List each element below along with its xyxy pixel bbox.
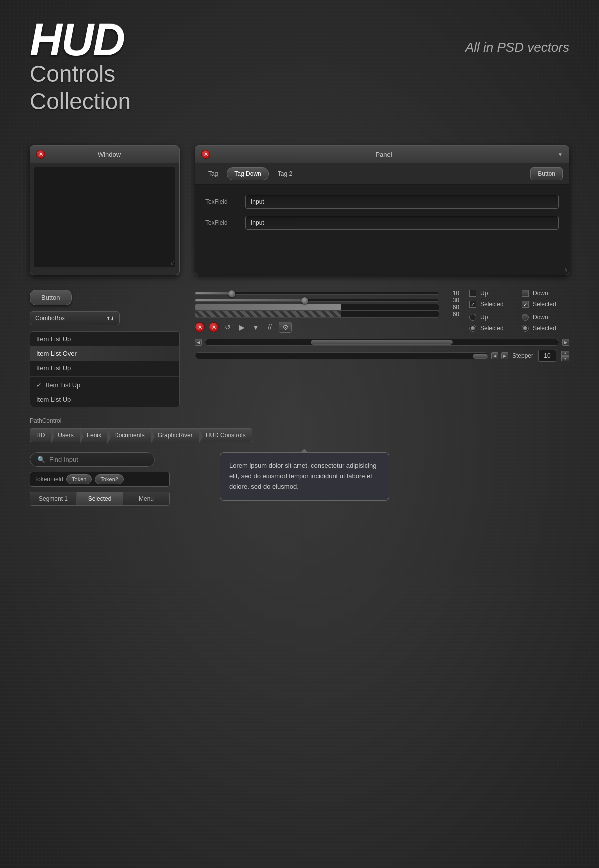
- toolbar-lines[interactable]: //: [265, 322, 275, 332]
- stepper-buttons: ▲ ▼: [561, 351, 569, 361]
- radio-down-btn[interactable]: [522, 314, 529, 321]
- bottom-right: Lorem ipsum dolor sit amet, consectetur …: [220, 452, 569, 506]
- token-field-label: TokenField: [34, 476, 63, 483]
- panel-resize-handle[interactable]: //: [564, 268, 567, 273]
- list-item-3[interactable]: Item List Up: [30, 361, 179, 375]
- slider-thumb-1[interactable]: [228, 290, 235, 297]
- window-panel: ✕ Window //: [30, 145, 180, 275]
- tab-tag[interactable]: Tag: [201, 168, 225, 180]
- scroll-mini-right[interactable]: ▶: [501, 352, 508, 359]
- token-2[interactable]: Token2: [95, 474, 123, 484]
- search-icon: 🔍: [37, 456, 45, 463]
- stepper-down-btn[interactable]: ▼: [561, 356, 569, 361]
- toolbar-play[interactable]: ▶: [237, 322, 247, 332]
- bottom-section: 🔍 Find Input TokenField Token Token2 Seg…: [30, 452, 569, 506]
- checkbox-up-box[interactable]: [469, 290, 476, 297]
- token-field: TokenField Token Token2: [30, 472, 170, 487]
- sub-title: Controls Collection: [30, 60, 131, 115]
- checkbox-selected-1-box[interactable]: [469, 301, 476, 308]
- stepper-section: Stepper 10 ▲ ▼: [512, 350, 569, 362]
- slider-row-1: 10: [195, 290, 459, 297]
- slider-track-2[interactable]: [195, 299, 439, 302]
- text-input-2[interactable]: [245, 216, 559, 230]
- list-box: Item List Up Item List Over Item List Up…: [30, 331, 180, 407]
- tab-tag2[interactable]: Tag 2: [271, 168, 299, 180]
- bottom-left: 🔍 Find Input TokenField Token Token2 Seg…: [30, 452, 205, 506]
- toolbar-close-2[interactable]: ✕: [209, 322, 219, 332]
- stepper-label: Stepper: [512, 352, 533, 359]
- checkbox-up: Up: [469, 290, 517, 297]
- checkbox-row-2: Selected Selected: [469, 301, 569, 308]
- scroll-thumb-h1: [311, 340, 452, 345]
- window-close-button[interactable]: ✕: [36, 150, 45, 159]
- list-item-over[interactable]: Item List Over: [30, 346, 179, 361]
- field-row-1: TexField: [205, 195, 559, 209]
- crumb-fenix[interactable]: Fenix: [80, 428, 108, 442]
- checkbox-selected-2-box[interactable]: [522, 301, 529, 308]
- path-control-label: PathControl: [30, 417, 569, 424]
- scroll-track-h1[interactable]: [205, 339, 559, 346]
- list-item-1[interactable]: Item List Up: [30, 332, 179, 346]
- crumb-hd[interactable]: HD: [30, 428, 51, 442]
- crumb-graphicriver[interactable]: GraphicRiver: [151, 428, 199, 442]
- toolbar-gear[interactable]: ⚙: [279, 322, 292, 333]
- scrollbar-horizontal-2: ◀ ▶: [195, 352, 508, 359]
- segment-menu[interactable]: Menu: [123, 492, 169, 505]
- radio-down-label: Down: [533, 314, 548, 321]
- radio-selected-2: Selected: [522, 325, 569, 332]
- window-title: Window: [45, 151, 173, 158]
- panel-dropdown-arrow[interactable]: ▼: [558, 152, 563, 157]
- checkbox-selected-2-label: Selected: [533, 301, 556, 308]
- slider-value-1: 10: [444, 290, 459, 297]
- token-1[interactable]: Token: [66, 474, 92, 484]
- sliders-col: 10 30: [195, 290, 459, 333]
- radio-up-btn[interactable]: [469, 314, 476, 321]
- tab-button[interactable]: Button: [530, 167, 563, 180]
- progress-row-1: 60: [195, 304, 459, 311]
- scroll-left-btn[interactable]: ◀: [195, 339, 202, 346]
- crumb-users[interactable]: Users: [51, 428, 80, 442]
- radio-selected-1-btn[interactable]: [469, 325, 476, 332]
- toolbar-refresh[interactable]: ↺: [223, 322, 233, 332]
- scrollbar-horizontal-1: ◀ ▶: [195, 339, 569, 346]
- stepper-value[interactable]: 10: [538, 350, 556, 362]
- tab-tag-down[interactable]: Tag Down: [227, 167, 268, 180]
- resize-handle[interactable]: //: [171, 260, 174, 266]
- slider-thumb-2[interactable]: [301, 297, 308, 304]
- segment-selected[interactable]: Selected: [77, 492, 123, 505]
- radio-selected-2-btn[interactable]: [522, 325, 529, 332]
- combobox[interactable]: ComboBox ⬆⬇: [30, 311, 120, 325]
- segment-control: Segment 1 Selected Menu: [30, 492, 170, 506]
- text-input-1[interactable]: [245, 195, 559, 209]
- toolbar-down[interactable]: ▼: [251, 322, 261, 332]
- scroll-thumb-h2: [473, 354, 488, 359]
- checkbox-selected-1: Selected: [469, 301, 517, 308]
- scroll-right-btn[interactable]: ▶: [562, 339, 569, 346]
- progress-bar-2: [195, 311, 439, 318]
- main-button[interactable]: Button: [30, 290, 72, 305]
- checkbox-down-box[interactable]: [522, 290, 529, 297]
- radio-down: Down: [522, 314, 569, 321]
- scroll-track-h2[interactable]: [195, 352, 488, 359]
- slider-row-2: 30: [195, 297, 459, 304]
- top-panels: ✕ Window // ✕ Panel ▼ Tag Tag Down Tag 2…: [30, 145, 569, 275]
- stepper-up-btn[interactable]: ▲: [561, 351, 569, 356]
- list-item-5[interactable]: Item List Up: [30, 392, 179, 407]
- list-item-check[interactable]: Item List Up: [30, 378, 179, 392]
- segment-1[interactable]: Segment 1: [30, 492, 77, 505]
- tab-bar: Tag Tag Down Tag 2 Button: [195, 163, 569, 185]
- header: HUD Controls Collection All in PSD vecto…: [30, 20, 569, 115]
- panel-close-button[interactable]: ✕: [201, 150, 210, 159]
- scroll-mini-left[interactable]: ◀: [491, 352, 498, 359]
- field-row-2: TexField: [205, 216, 559, 230]
- slider-track-1[interactable]: [195, 292, 439, 295]
- find-input-row[interactable]: 🔍 Find Input: [30, 452, 155, 467]
- toolbar-close-1[interactable]: ✕: [195, 322, 205, 332]
- controls-row: Button ComboBox ⬆⬇ Item List Up Item Lis…: [30, 290, 569, 407]
- progress-value-2: 60: [444, 311, 459, 318]
- crumb-documents[interactable]: Documents: [108, 428, 151, 442]
- crumb-hud-constrols[interactable]: HUD Constrols: [199, 428, 252, 442]
- find-input-placeholder: Find Input: [49, 456, 78, 463]
- right-controls-col: 10 30: [195, 290, 569, 407]
- checkbox-selected-2: Selected: [522, 301, 569, 308]
